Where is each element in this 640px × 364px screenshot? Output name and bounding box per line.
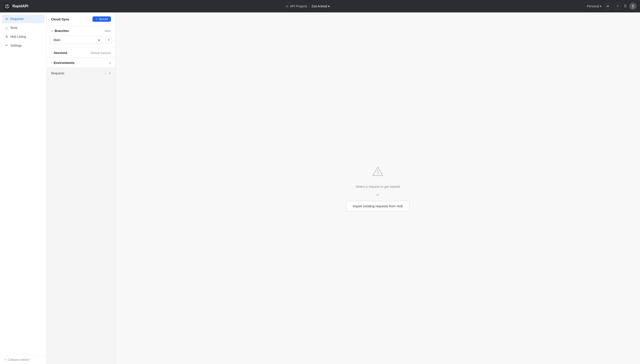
- sidebar-nav: ⊙ Requests △ Tests ⊕ Hub Listing ✏ Setti…: [0, 12, 47, 355]
- environments-section: › Environments 0: [47, 58, 115, 68]
- sessions-header[interactable]: › Sessions Default Session: [47, 48, 115, 58]
- topnav-right: Personal ▾ ✉ ? ⠿: [587, 3, 636, 10]
- personal-chevron-icon: ▾: [600, 4, 601, 8]
- environments-value: 0: [109, 61, 111, 64]
- sidebar-item-settings[interactable]: ✏ Settings: [2, 41, 45, 50]
- branches-chevron-icon: ∨: [51, 30, 53, 32]
- sessions-header-left: › Sessions: [51, 51, 67, 54]
- sidebar-item-label-requests: Requests: [11, 17, 24, 21]
- environments-header[interactable]: › Environments 0: [47, 58, 115, 68]
- project-chevron-icon: ▾: [328, 4, 330, 8]
- branches-value: Main: [105, 29, 111, 33]
- collapse-sidebar-button[interactable]: ⊣ Collapse sidebar: [4, 358, 29, 361]
- branch-add-button[interactable]: +: [106, 37, 112, 43]
- branch-dropdown[interactable]: Main ∨: [50, 36, 103, 44]
- synced-label: Synced: [99, 18, 108, 21]
- cloud-sync-title: Cloud Sync: [51, 17, 70, 21]
- empty-or-text: or: [376, 193, 379, 196]
- help-button[interactable]: ?: [614, 3, 621, 10]
- branches-header-left: ∨ Branches: [51, 29, 69, 33]
- requests-add-icon[interactable]: +: [109, 71, 111, 75]
- sessions-title: Sessions: [54, 51, 67, 54]
- sessions-chevron-icon: ›: [51, 52, 52, 54]
- environments-chevron-icon: ›: [51, 62, 52, 64]
- sidebar-item-label-tests: Tests: [10, 26, 18, 30]
- personal-button[interactable]: Personal ▾: [587, 4, 601, 8]
- requests-section: Requests ⋮ +: [47, 68, 115, 364]
- project-name[interactable]: Zoo Animal ▾: [312, 4, 330, 8]
- environments-title: Environments: [54, 61, 74, 64]
- branches-title: Branches: [55, 29, 69, 33]
- topnav: RapidAPI ⊞ API Projects / Zoo Animal ▾ P…: [0, 0, 640, 12]
- main-layout: ⊙ Requests △ Tests ⊕ Hub Listing ✏ Setti…: [0, 12, 640, 364]
- branches-section: ∨ Branches Main Main ∨ +: [47, 26, 115, 48]
- requests-more-icon[interactable]: ⋮: [104, 71, 107, 75]
- left-sidebar: ⊙ Requests △ Tests ⊕ Hub Listing ✏ Setti…: [0, 12, 47, 364]
- breadcrumb-separator: /: [309, 4, 310, 8]
- branches-header[interactable]: ∨ Branches Main: [47, 26, 115, 36]
- svg-point-4: [377, 174, 378, 174]
- import-requests-button[interactable]: Import existing requests from Hub: [346, 201, 409, 211]
- svg-point-0: [5, 4, 9, 8]
- warning-icon: [371, 165, 384, 180]
- sessions-section: › Sessions Default Session: [47, 48, 115, 58]
- requests-icon: ⊙: [5, 17, 8, 21]
- sidebar-item-tests[interactable]: △ Tests: [2, 24, 45, 32]
- requests-header: Requests ⋮ +: [47, 68, 115, 78]
- branch-selected-label: Main: [54, 38, 60, 42]
- requests-actions: ⋮ +: [104, 71, 111, 75]
- inbox-button[interactable]: ✉: [604, 3, 611, 10]
- sidebar-item-label-hub-listing: Hub Listing: [11, 35, 26, 38]
- empty-state-text: Select a request to get started: [356, 185, 400, 188]
- middle-panel: Cloud Sync ✓ Synced ∨ Branches Main Main…: [47, 12, 116, 364]
- sidebar-item-requests[interactable]: ⊙ Requests: [2, 15, 45, 23]
- cloud-sync-header: Cloud Sync ✓ Synced: [47, 12, 115, 26]
- tests-icon: △: [5, 26, 8, 30]
- brand[interactable]: RapidAPI: [4, 3, 28, 10]
- api-projects-link[interactable]: API Projects: [290, 4, 307, 8]
- brand-logo: [4, 3, 11, 10]
- synced-badge: ✓ Synced: [92, 16, 111, 22]
- brand-name: RapidAPI: [13, 4, 28, 8]
- requests-section-title: Requests: [51, 72, 64, 75]
- hub-listing-icon: ⊕: [5, 34, 8, 38]
- sidebar-item-label-settings: Settings: [11, 44, 22, 47]
- grid-nav-icon: ⊞: [286, 4, 288, 8]
- sessions-value: Default Session: [91, 51, 111, 54]
- svg-point-2: [632, 5, 634, 7]
- branch-dropdown-chevron-icon: ∨: [98, 38, 100, 42]
- svg-point-1: [7, 5, 8, 6]
- synced-check-icon: ✓: [96, 18, 98, 21]
- sidebar-footer: ⊣ Collapse sidebar: [0, 355, 47, 364]
- sidebar-item-hub-listing[interactable]: ⊕ Hub Listing: [2, 32, 45, 41]
- main-content: Select a request to get started or Impor…: [116, 12, 640, 364]
- empty-state: Select a request to get started or Impor…: [346, 165, 409, 211]
- topnav-center: ⊞ API Projects / Zoo Animal ▾: [31, 4, 584, 8]
- apps-grid-icon[interactable]: ⠿: [624, 4, 627, 9]
- settings-icon: ✏: [5, 44, 8, 48]
- collapse-sidebar-icon: ⊣: [4, 358, 6, 361]
- avatar[interactable]: [629, 3, 636, 10]
- branch-row: Main ∨ +: [47, 36, 115, 48]
- environments-header-left: › Environments: [51, 61, 74, 64]
